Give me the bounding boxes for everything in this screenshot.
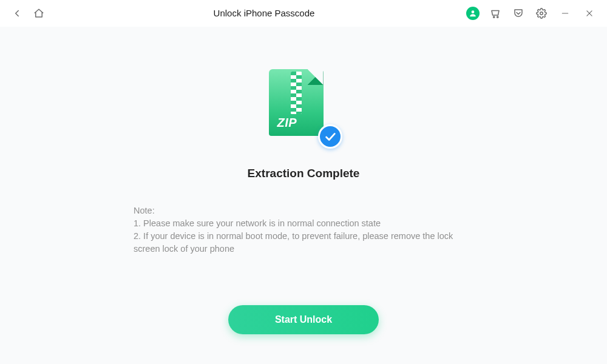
minimize-button[interactable] [555, 4, 575, 23]
svg-point-3 [540, 12, 543, 15]
app-window: Unlock iPhone Passcode [0, 0, 607, 364]
note-block: Note: 1. Please make sure your network i… [134, 204, 473, 255]
close-icon [585, 9, 594, 18]
gear-icon [536, 8, 547, 19]
svg-point-1 [493, 16, 495, 17]
home-button[interactable] [29, 4, 49, 23]
note-line-1: 1. Please make sure your network is in n… [134, 217, 473, 230]
window-title: Unlock iPhone Passcode [104, 8, 424, 18]
back-button[interactable] [7, 4, 27, 23]
zip-label: ZIP [277, 116, 297, 130]
home-icon [33, 8, 44, 19]
extraction-illustration: ZIP [269, 69, 339, 145]
page-heading: Extraction Complete [248, 167, 360, 180]
close-button[interactable] [579, 4, 600, 23]
minimize-icon [561, 9, 569, 18]
arrow-left-icon [12, 8, 22, 19]
cart-button[interactable] [486, 4, 505, 23]
check-badge-icon [318, 124, 342, 149]
pocket-icon [513, 8, 524, 19]
zip-file-icon: ZIP [269, 69, 324, 136]
svg-point-2 [497, 16, 498, 17]
titlebar-left [7, 4, 104, 23]
settings-button[interactable] [532, 4, 551, 23]
note-line-2: 2. If your device is in normal boot mode… [134, 230, 473, 255]
main-content: ZIP Extraction Complete Note: 1. Please … [0, 27, 607, 364]
cart-icon [490, 8, 501, 19]
account-button[interactable] [466, 7, 480, 20]
feedback-button[interactable] [509, 4, 528, 23]
titlebar: Unlock iPhone Passcode [0, 0, 607, 27]
svg-point-0 [472, 10, 475, 13]
titlebar-right [424, 4, 600, 23]
user-icon [469, 9, 477, 18]
start-unlock-button[interactable]: Start Unlock [228, 305, 379, 334]
note-label: Note: [134, 204, 473, 217]
